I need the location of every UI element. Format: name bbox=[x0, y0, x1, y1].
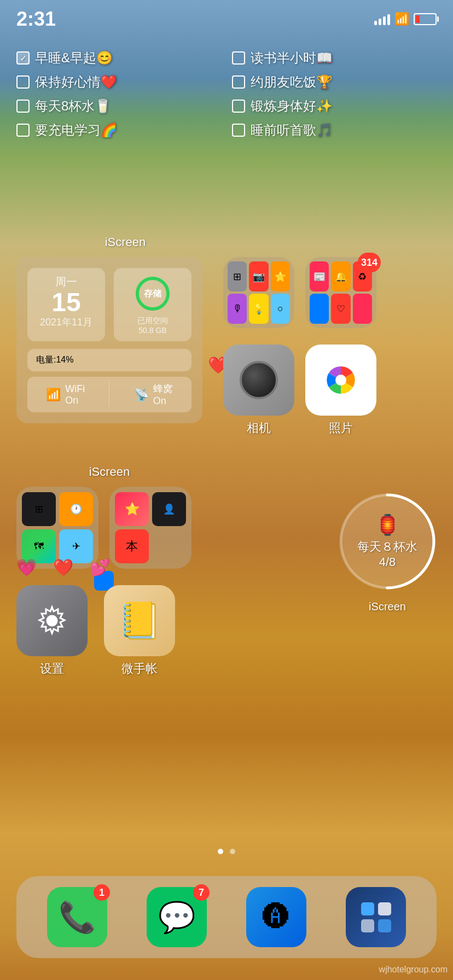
folder2-icon-6 bbox=[353, 294, 372, 324]
photos-app[interactable] bbox=[305, 345, 376, 416]
checklist-item-6[interactable]: 锻炼身体好✨ bbox=[232, 97, 437, 115]
svg-rect-11 bbox=[361, 919, 374, 932]
settings-icon bbox=[33, 602, 71, 640]
phone-icon: 📞 bbox=[59, 900, 96, 935]
folder-icon-extra: ○ bbox=[271, 294, 290, 324]
signal-bar-3 bbox=[383, 16, 386, 25]
settings-app-wrapper[interactable]: 设置 bbox=[16, 585, 88, 677]
photos-label: 照片 bbox=[305, 420, 376, 436]
folder-icon-podcast: 🎙 bbox=[228, 294, 247, 324]
checklist-label-1: 早睡&早起😊 bbox=[35, 49, 113, 67]
app-folder-4[interactable]: ⭐ 👤 本 bbox=[109, 487, 191, 569]
settings-label: 设置 bbox=[16, 661, 88, 677]
signal-bars-icon bbox=[374, 13, 390, 25]
water-circle: 🏮 每天８杯水 4/8 bbox=[333, 487, 442, 596]
checklist-label-3: 保持好心情❤️ bbox=[35, 73, 117, 91]
page-dot-1[interactable] bbox=[218, 849, 223, 854]
wechat-app-wrapper[interactable]: 💬 7 bbox=[147, 887, 207, 947]
checklist-item-3[interactable]: 保持好心情❤️ bbox=[16, 73, 221, 91]
status-bar: 2:31 📶 bbox=[0, 0, 453, 33]
folder-2-badge: 314 bbox=[358, 253, 381, 272]
phone-app-wrapper[interactable]: 📞 1 bbox=[47, 887, 107, 947]
checklist-item-4[interactable]: 约朋友吃饭🏆 bbox=[232, 73, 437, 91]
app-folder-2-wrapper[interactable]: 314 📰 🔔 ♻ ♡ bbox=[305, 257, 376, 328]
checklist-item-1[interactable]: ✓ 早睡&早起😊 bbox=[16, 49, 221, 67]
hearts-row: 💗 ❤️ 💕 bbox=[16, 558, 110, 577]
folder-icon-camera: 📷 bbox=[249, 261, 268, 291]
battery-fill bbox=[416, 15, 420, 23]
watermark: wjhotelgroup.com bbox=[379, 965, 448, 975]
f4-icon-4 bbox=[152, 529, 186, 563]
f3-icon-2: 🕐 bbox=[59, 492, 93, 526]
appstore-app-wrapper[interactable]: 🅐 bbox=[246, 887, 306, 947]
checkbox-5[interactable] bbox=[16, 100, 30, 113]
watermark-text: wjhotelgroup.com bbox=[379, 965, 448, 974]
folder2-icon-4 bbox=[310, 294, 329, 324]
checklist-label-4: 约朋友吃饭🏆 bbox=[251, 73, 333, 91]
checkbox-7[interactable] bbox=[16, 124, 30, 137]
appstore-app[interactable]: 🅐 bbox=[246, 887, 306, 947]
folder-icon-bulb: 💡 bbox=[249, 294, 268, 324]
app-folder-3-wrapper[interactable]: ⊞ 🕐 🗺 ✈ bbox=[16, 487, 98, 569]
battery-text: 电量:14% bbox=[36, 355, 73, 364]
checklist-item-5[interactable]: 每天8杯水🥛 bbox=[16, 97, 221, 115]
iscreen-label-info: iScreen bbox=[16, 465, 202, 479]
checklist-widget: ✓ 早睡&早起😊 读书半小时📖 保持好心情❤️ 约朋友吃饭🏆 每天8杯水🥛 锻炼… bbox=[16, 49, 437, 139]
checklist-item-2[interactable]: 读书半小时📖 bbox=[232, 49, 437, 67]
storage-used: 已用空间 bbox=[137, 316, 168, 326]
app-folder-1[interactable]: ⊞ 📷 ⭐ 🎙 💡 ○ bbox=[223, 257, 294, 328]
svg-rect-12 bbox=[378, 919, 391, 932]
notes-label: 微手帐 bbox=[104, 661, 175, 677]
wechat-badge: 7 bbox=[193, 884, 210, 901]
water-title: 每天８杯水 bbox=[357, 539, 417, 555]
date-day: 15 bbox=[36, 289, 96, 316]
photos-app-wrapper[interactable]: 照片 bbox=[305, 345, 376, 436]
water-iscreen-label: iScreen bbox=[369, 600, 406, 613]
f4-icon-1: ⭐ bbox=[115, 492, 149, 526]
f3-icon-1: ⊞ bbox=[22, 492, 56, 526]
status-time: 2:31 bbox=[16, 8, 56, 31]
svg-rect-9 bbox=[361, 902, 374, 915]
app-folder-1-wrapper[interactable]: ⊞ 📷 ⭐ 🎙 💡 ○ bbox=[223, 257, 294, 328]
app-folder-4-wrapper[interactable]: ⭐ 👤 本 bbox=[109, 487, 191, 569]
wifi-icon: 📶 bbox=[394, 12, 409, 26]
cellular-icon: 📡 bbox=[134, 388, 149, 402]
f4-icon-3: 本 bbox=[115, 529, 149, 563]
wifi-name: WiFi bbox=[65, 383, 85, 395]
checkbox-8[interactable] bbox=[232, 124, 245, 137]
checkbox-2[interactable] bbox=[232, 51, 245, 65]
checklist-label-2: 读书半小时📖 bbox=[251, 49, 333, 67]
notes-app-wrapper[interactable]: 📒 微手帐 bbox=[104, 585, 175, 677]
page-dots bbox=[218, 849, 235, 854]
checkbox-4[interactable] bbox=[232, 75, 245, 89]
checklist-item-7[interactable]: 要充电学习🌈 bbox=[16, 121, 221, 139]
checklist-item-8[interactable]: 睡前听首歌🎵 bbox=[232, 121, 437, 139]
wifi-on-status: On bbox=[65, 395, 85, 406]
checkbox-1[interactable]: ✓ bbox=[16, 51, 30, 65]
page-dot-2[interactable] bbox=[230, 849, 235, 854]
heart-3: 💕 bbox=[90, 558, 110, 577]
checkbox-6[interactable] bbox=[232, 100, 245, 113]
fourth-app[interactable] bbox=[346, 887, 406, 947]
status-icons: 📶 bbox=[374, 12, 437, 26]
settings-app[interactable] bbox=[16, 585, 88, 656]
heart-1: 💗 bbox=[16, 558, 37, 577]
date-year: 2021年11月 bbox=[36, 316, 96, 329]
network-row: 📶 WiFi On 📡 蜂窝 On bbox=[27, 377, 191, 412]
iscreen-label-checklist: iScreen bbox=[0, 235, 251, 249]
cellular-status: On bbox=[153, 395, 173, 407]
storage-circle-text: 存储 bbox=[133, 275, 172, 313]
camera-app[interactable] bbox=[223, 345, 294, 416]
checklist-label-5: 每天8杯水🥛 bbox=[35, 97, 111, 115]
app-folder-3[interactable]: ⊞ 🕐 🗺 ✈ bbox=[16, 487, 98, 569]
camera-app-wrapper[interactable]: 相机 bbox=[223, 345, 294, 436]
fourth-app-wrapper[interactable] bbox=[346, 887, 406, 947]
notes-app[interactable]: 📒 bbox=[104, 585, 175, 656]
checklist-label-8: 睡前听首歌🎵 bbox=[251, 121, 333, 139]
storage-box: 存储 已用空间 50.8 GB bbox=[114, 268, 191, 341]
water-widget[interactable]: 🏮 每天８杯水 4/8 iScreen bbox=[333, 487, 442, 613]
checkbox-3[interactable] bbox=[16, 75, 30, 89]
storage-label: 存储 bbox=[144, 288, 161, 300]
bottom-folders: ⊞ 🕐 🗺 ✈ ⭐ 👤 本 bbox=[16, 487, 191, 569]
cellular-network-info: 蜂窝 On bbox=[153, 382, 173, 407]
